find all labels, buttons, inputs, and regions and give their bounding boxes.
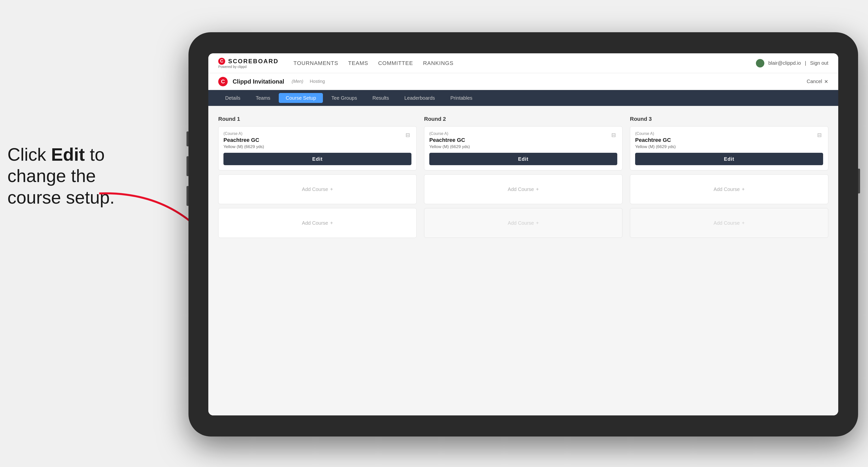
top-navbar: C SCOREBOARD Powered by clippd TOURNAMEN… [208, 53, 838, 73]
round-2-delete-button[interactable]: ⊟ [610, 131, 617, 139]
tab-results[interactable]: Results [366, 93, 396, 103]
round-3-edit-button[interactable]: Edit [635, 153, 823, 165]
rounds-container: Round 1 (Course A) Peachtree GC Yellow (… [218, 116, 828, 242]
nav-teams[interactable]: TEAMS [348, 60, 368, 66]
round-3-column: Round 3 (Course A) Peachtree GC Yellow (… [630, 116, 828, 242]
round-2-add-course-1[interactable]: Add Course + [424, 174, 622, 204]
plus-icon-4: + [536, 220, 539, 226]
sub-header: C Clippd Invitational (Men) Hosting Canc… [208, 73, 838, 90]
main-content: Round 1 (Course A) Peachtree GC Yellow (… [208, 106, 838, 415]
round-3-course-label: (Course A) [635, 131, 676, 136]
round-2-course-header: (Course A) Peachtree GC Yellow (M) (6629… [429, 131, 617, 149]
round-3-course-header: (Course A) Peachtree GC Yellow (M) (6629… [635, 131, 823, 149]
round-1-add-course-1[interactable]: Add Course + [218, 174, 416, 204]
round-3-course-details: Yellow (M) (6629 yds) [635, 144, 676, 149]
tab-printables[interactable]: Printables [443, 93, 479, 103]
round-2-add-course-2: Add Course + [424, 208, 622, 238]
round-3-title: Round 3 [630, 116, 828, 122]
round-3-add-course-2: Add Course + [630, 208, 828, 238]
pipe-separator: | [805, 60, 806, 66]
round-3-add-course-1[interactable]: Add Course + [630, 174, 828, 204]
round-1-add-course-2[interactable]: Add Course + [218, 208, 416, 238]
round-2-column: Round 2 (Course A) Peachtree GC Yellow (… [424, 116, 622, 242]
plus-icon-2: + [330, 220, 333, 226]
round-1-course-header: (Course A) Peachtree GC Yellow (M) (6629… [223, 131, 411, 149]
user-avatar [756, 59, 764, 67]
event-hosting: Hosting [310, 79, 325, 84]
round-2-title: Round 2 [424, 116, 622, 122]
round-1-course-name: Peachtree GC [223, 137, 264, 143]
tab-details[interactable]: Details [218, 93, 247, 103]
plus-icon-1: + [330, 187, 333, 192]
event-title: Clippd Invitational [232, 78, 284, 85]
tablet-screen: C SCOREBOARD Powered by clippd TOURNAMEN… [208, 53, 838, 415]
round-3-course-name: Peachtree GC [635, 137, 676, 143]
plus-icon-6: + [742, 220, 745, 226]
tab-tee-groups[interactable]: Tee Groups [324, 93, 364, 103]
tab-bar: Details Teams Course Setup Tee Groups Re… [208, 90, 838, 106]
brand-sub: Powered by clippd [218, 65, 279, 69]
user-email: blair@clippd.io [768, 60, 801, 66]
round-2-course-label: (Course A) [429, 131, 470, 136]
tab-teams[interactable]: Teams [249, 93, 277, 103]
event-badge: (Men) [292, 79, 303, 84]
sub-header-right: Cancel ✕ [807, 79, 828, 85]
round-3-delete-button[interactable]: ⊟ [816, 131, 823, 139]
plus-icon-5: + [742, 187, 745, 192]
nav-rankings[interactable]: RANKINGS [423, 60, 454, 66]
nav-right: blair@clippd.io | Sign out [756, 59, 828, 67]
nav-links: TOURNAMENTS TEAMS COMMITTEE RANKINGS [293, 60, 746, 66]
brand-logo-area: C SCOREBOARD Powered by clippd [218, 58, 279, 69]
brand-logo-icon: C [218, 58, 225, 65]
round-1-course-details: Yellow (M) (6629 yds) [223, 144, 264, 149]
round-1-course-card: (Course A) Peachtree GC Yellow (M) (6629… [218, 126, 416, 170]
round-1-column: Round 1 (Course A) Peachtree GC Yellow (… [218, 116, 416, 242]
round-1-delete-button[interactable]: ⊟ [404, 131, 411, 139]
round-1-course-label: (Course A) [223, 131, 264, 136]
round-2-course-name: Peachtree GC [429, 137, 470, 143]
round-2-edit-button[interactable]: Edit [429, 153, 617, 165]
close-icon: ✕ [824, 79, 828, 85]
round-1-title: Round 1 [218, 116, 416, 122]
round-2-course-card: (Course A) Peachtree GC Yellow (M) (6629… [424, 126, 622, 170]
tab-leaderboards[interactable]: Leaderboards [397, 93, 442, 103]
plus-icon-3: + [536, 187, 539, 192]
round-2-course-details: Yellow (M) (6629 yds) [429, 144, 470, 149]
event-logo: C [218, 77, 228, 86]
nav-committee[interactable]: COMMITTEE [378, 60, 413, 66]
cancel-button[interactable]: Cancel ✕ [807, 79, 828, 85]
round-1-edit-button[interactable]: Edit [223, 153, 411, 165]
tablet-device: C SCOREBOARD Powered by clippd TOURNAMEN… [188, 32, 858, 436]
nav-tournaments[interactable]: TOURNAMENTS [293, 60, 338, 66]
brand-name: SCOREBOARD [228, 58, 279, 65]
tab-course-setup[interactable]: Course Setup [279, 93, 323, 103]
sign-out-link[interactable]: Sign out [810, 60, 828, 66]
round-3-course-card: (Course A) Peachtree GC Yellow (M) (6629… [630, 126, 828, 170]
